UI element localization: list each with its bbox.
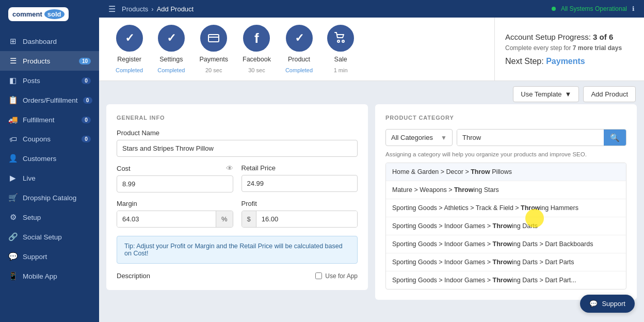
sidebar-item-posts[interactable]: ◧ Posts 0 [0, 71, 99, 90]
description-label: Description [117, 272, 150, 280]
category-result-2[interactable]: Sporting Goods > Athletics > Track & Fie… [386, 199, 626, 217]
tip-text: Tip: Adjust your Profit or Margin and th… [124, 243, 343, 257]
product-category-panel: PRODUCT CATEGORY All Categories ▼ 🔍 [375, 104, 637, 300]
cat-result-post-6: ing Darts > Dart Part... [512, 277, 576, 284]
sidebar-label-social: Social Setup [23, 233, 91, 241]
category-result-3[interactable]: Sporting Goods > Indoor Games > Throwing… [386, 217, 626, 235]
category-select-wrap[interactable]: All Categories ▼ [385, 129, 453, 146]
next-step-link[interactable]: Payments [546, 57, 585, 66]
sidebar-item-live[interactable]: ▶ Live [0, 168, 99, 188]
topbar: ☰ Products › Add Product All Systems Ope… [99, 0, 644, 18]
category-result-5[interactable]: Sporting Goods > Indoor Games > Throwing… [386, 253, 626, 271]
margin-field: Margin % [117, 200, 233, 228]
status-text: All Systems Operational [561, 5, 627, 12]
sidebar-label-posts: Posts [23, 77, 76, 85]
content-area: Use Template ▼ Add Product GENERAL INFO … [99, 81, 644, 322]
main-area: ☰ Products › Add Product All Systems Ope… [99, 0, 644, 322]
category-result-0[interactable]: Home & Garden > Decor > Throw Pillows [386, 163, 626, 181]
cost-input[interactable] [117, 175, 233, 192]
nav-list: ⊞ Dashboard ☰ Products 10 ◧ Posts 0 📋 Or… [0, 28, 99, 322]
step-payments[interactable]: Payments 20 sec [199, 25, 228, 73]
tip-box: Tip: Adjust your Profit or Margin and th… [117, 236, 358, 264]
info-icon[interactable]: ℹ [632, 5, 635, 12]
add-product-label: Add Product [591, 90, 628, 98]
step-facebook[interactable]: f Facebook 30 sec [243, 25, 271, 73]
sidebar-label-dropship: Dropship Catalog [23, 194, 91, 202]
category-result-6[interactable]: Sporting Goods > Indoor Games > Throwing… [386, 271, 626, 289]
logo-comment: comment [12, 10, 42, 18]
step-settings[interactable]: Settings Completed [157, 25, 185, 73]
step-sale-label: Sale [334, 56, 347, 63]
cat-result-post-2: ing Hammers [540, 204, 578, 212]
sidebar-item-support[interactable]: 💬 Support [0, 247, 99, 266]
coupons-icon: 🏷 [8, 135, 18, 143]
step-settings-circle [158, 25, 185, 52]
svg-point-2 [337, 40, 340, 42]
eye-icon[interactable]: 👁 [226, 164, 233, 172]
step-settings-sublabel: Completed [157, 67, 185, 73]
breadcrumb: Products › Add Product [122, 5, 194, 13]
sidebar-item-social[interactable]: 🔗 Social Setup [0, 227, 99, 247]
sidebar-label-live: Live [23, 174, 91, 182]
logo[interactable]: comment sold [8, 7, 69, 21]
cat-result-bold-2: Throw [521, 204, 540, 212]
step-product-sublabel: Completed [285, 67, 313, 73]
logo-sold: sold [44, 9, 65, 19]
sidebar-item-fulfillment[interactable]: 🚚 Fulfillment 0 [0, 110, 99, 130]
use-template-chevron-icon: ▼ [565, 90, 572, 98]
cat-result-post-1: ing Stars [473, 186, 498, 194]
status-indicator [552, 7, 556, 11]
step-register[interactable]: Register Completed [116, 25, 143, 73]
setup-icon: ⚙ [8, 213, 18, 222]
support-btn-label: Support [602, 300, 625, 308]
fulfillment-badge: 0 [82, 117, 91, 123]
cat-result-pre-6: Sporting Goods > Indoor Games > [392, 277, 493, 284]
cat-result-pre-2: Sporting Goods > Athletics > Track & Fie… [392, 204, 521, 212]
category-result-1[interactable]: Mature > Weapons > Throwing Stars [386, 181, 626, 199]
margin-input[interactable] [117, 211, 216, 227]
sidebar-item-coupons[interactable]: 🏷 Coupons 0 [0, 130, 99, 149]
cat-result-bold-3: Throw [493, 222, 512, 230]
general-info-title: GENERAL INFO [117, 115, 358, 121]
sidebar-item-mobile[interactable]: 📱 Mobile App [0, 266, 99, 286]
sidebar-item-products[interactable]: ☰ Products 10 [0, 51, 99, 71]
sidebar-item-customers[interactable]: 👤 Customers [0, 149, 99, 168]
sidebar-item-dropship[interactable]: 🛒 Dropship Catalog [0, 188, 99, 207]
profit-label: Profit [242, 200, 358, 207]
breadcrumb-products[interactable]: Products [122, 5, 148, 13]
use-template-button[interactable]: Use Template ▼ [513, 86, 579, 102]
sidebar-label-mobile: Mobile App [23, 272, 91, 280]
progress-title: Account Setup Progress: 3 of 6 [505, 33, 634, 41]
add-product-button[interactable]: Add Product [583, 86, 636, 102]
sidebar-label-setup: Setup [23, 214, 91, 221]
retail-price-input[interactable] [242, 175, 358, 192]
social-icon: 🔗 [8, 232, 18, 242]
step-sale[interactable]: Sale 1 min [327, 25, 354, 73]
panels: GENERAL INFO Product Name Cost 👁 Retail … [99, 104, 644, 307]
sidebar-item-orders[interactable]: 📋 Orders/Fulfillment 0 [0, 90, 99, 110]
orders-icon: 📋 [8, 95, 18, 105]
category-search-button[interactable]: 🔍 [604, 130, 626, 146]
progress-box: Account Setup Progress: 3 of 6 Complete … [494, 18, 644, 81]
sidebar-item-setup[interactable]: ⚙ Setup [0, 207, 99, 227]
cost-field: Cost 👁 [117, 164, 233, 192]
use-template-label: Use Template [521, 90, 561, 98]
hamburger-icon[interactable]: ☰ [108, 4, 116, 14]
product-name-input[interactable] [117, 140, 358, 157]
margin-suffix: % [216, 211, 233, 227]
topbar-left: ☰ Products › Add Product [108, 4, 194, 14]
support-button[interactable]: 💬 Support [580, 295, 635, 313]
use-for-app-checkbox[interactable] [315, 272, 322, 279]
category-results: Home & Garden > Decor > Throw Pillows Ma… [385, 163, 626, 289]
step-product[interactable]: Product Completed [285, 25, 313, 73]
category-search-row: All Categories ▼ 🔍 [385, 129, 626, 146]
category-search-input[interactable] [457, 130, 604, 146]
topbar-right: All Systems Operational ℹ [552, 5, 635, 12]
step-settings-label: Settings [159, 56, 183, 63]
profit-input[interactable] [256, 211, 357, 227]
category-result-4[interactable]: Sporting Goods > Indoor Games > Throwing… [386, 235, 626, 253]
cat-result-pre-0: Home & Garden > Decor > [392, 168, 471, 175]
category-select[interactable]: All Categories [391, 134, 438, 141]
sidebar: comment sold ⊞ Dashboard ☰ Products 10 ◧… [0, 0, 99, 322]
sidebar-item-dashboard[interactable]: ⊞ Dashboard [0, 31, 99, 51]
